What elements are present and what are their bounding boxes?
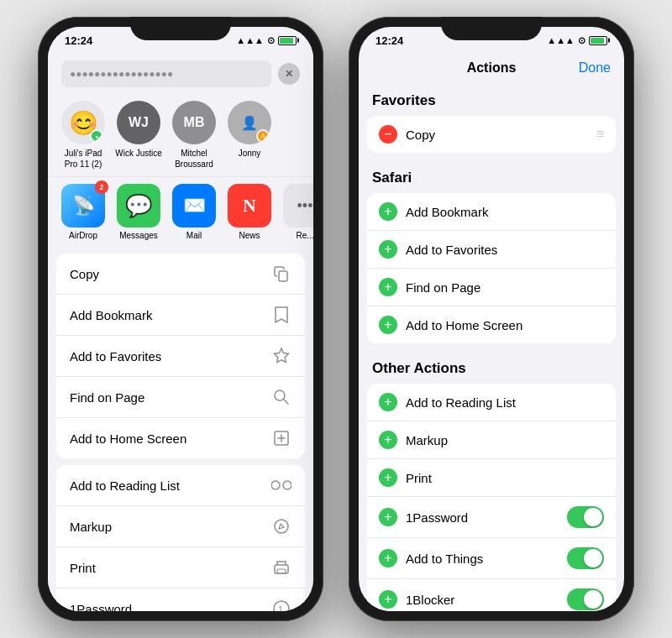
airdrop-badge: 2 — [95, 180, 108, 194]
svg-point-3 — [271, 481, 280, 489]
other-reading-label: Add to Reading List — [406, 395, 604, 410]
screen-2: 12:24 ▲▲▲ ⊙ Actions Done Favorites − — [359, 27, 624, 611]
person-juli[interactable]: 😊 ● Juli's iPad Pro 11 (2) — [58, 101, 108, 170]
drag-handle-copy[interactable]: ≡ — [596, 127, 604, 142]
other-actions-list: + Add to Reading List + Markup + Print +… — [367, 384, 616, 611]
print-label: Print — [70, 561, 261, 575]
toggle-things[interactable] — [567, 547, 604, 569]
app-airdrop[interactable]: 📡 2 AirDrop — [58, 184, 108, 240]
person-wj[interactable]: WJ Wick Justice — [113, 101, 164, 170]
favorites-list: − Copy ≡ — [367, 116, 616, 153]
safari-homescreen[interactable]: + Add to Home Screen — [367, 306, 616, 343]
actions-nav: Actions Done — [359, 50, 624, 82]
badge-juli: ● — [90, 129, 103, 143]
notch-2 — [441, 17, 542, 40]
action-home-screen[interactable]: Add to Home Screen — [56, 418, 305, 458]
find-page-label: Find on Page — [70, 390, 261, 405]
notch-1 — [130, 17, 231, 40]
other-reading[interactable]: + Add to Reading List — [367, 384, 616, 421]
svg-text:1: 1 — [278, 604, 283, 611]
status-time-1: 12:24 — [65, 34, 92, 47]
person-name-juli: Juli's iPad Pro 11 (2) — [58, 148, 108, 170]
other-print[interactable]: + Print — [367, 459, 616, 497]
app-name-messages: Messages — [119, 231, 158, 240]
close-button[interactable]: ✕ — [278, 63, 300, 85]
other-1password[interactable]: + 1Password — [367, 497, 616, 538]
svg-point-1 — [275, 390, 285, 400]
news-icon: N — [228, 184, 271, 227]
safari-find[interactable]: + Find on Page — [367, 269, 616, 306]
fav-copy-row[interactable]: − Copy ≡ — [367, 116, 616, 153]
url-text: ●●●●●●●●●●●●●●●●● — [70, 68, 263, 80]
plus-1password[interactable]: + — [379, 508, 397, 526]
action-copy-label: Copy — [70, 267, 261, 281]
plus-1blocker[interactable]: + — [379, 590, 397, 609]
avatar-wj: WJ — [117, 101, 160, 144]
action-print[interactable]: Print — [56, 547, 305, 588]
reading-list-label: Add to Reading List — [70, 478, 261, 493]
markup-icon — [271, 516, 291, 536]
home-screen-label: Add to Home Screen — [70, 431, 261, 446]
done-button[interactable]: Done — [579, 60, 611, 76]
plus-find[interactable]: + — [379, 278, 397, 296]
messages-icon: 💬 — [117, 184, 160, 227]
plus-bookmark[interactable]: + — [379, 202, 397, 221]
plus-homescreen[interactable]: + — [379, 316, 397, 334]
add-bookmark-label: Add Bookmark — [70, 308, 261, 322]
app-news[interactable]: N News — [224, 184, 275, 240]
avatar-mb: MB — [172, 101, 216, 144]
app-more[interactable]: ••• Re... — [280, 184, 313, 240]
person-mb[interactable]: MB Mitchel Broussard — [169, 101, 219, 170]
copy-icon — [271, 264, 291, 284]
mail-icon: ✉️ — [172, 184, 216, 227]
other-1blocker-label: 1Blocker — [406, 593, 559, 607]
safari-bookmark[interactable]: + Add Bookmark — [367, 193, 616, 231]
action-list-2: Add to Reading List Markup — [56, 465, 305, 611]
plus-reading[interactable]: + — [379, 393, 397, 411]
safari-list: + Add Bookmark + Add to Favorites + Find… — [367, 193, 616, 343]
badge-jonny: ⚠ — [256, 129, 270, 143]
action-list-1: Copy Add Bookmark — [56, 254, 305, 458]
action-1password[interactable]: 1Password 1 — [56, 588, 305, 611]
add-favorites-label: Add to Favorites — [70, 349, 261, 363]
1password-icon: 1 — [271, 599, 291, 611]
minus-copy[interactable]: − — [379, 125, 397, 144]
app-name-airdrop: AirDrop — [69, 231, 97, 240]
phone-1: 12:24 ▲▲▲ ⊙ ●●●●●●●●●●●●●●●●● ✕ — [38, 17, 323, 621]
app-name-news: News — [239, 231, 260, 240]
star-icon — [271, 346, 291, 366]
app-mail[interactable]: ✉️ Mail — [169, 184, 219, 240]
other-1blocker[interactable]: + 1Blocker — [367, 579, 616, 611]
other-things[interactable]: + Add to Things — [367, 538, 616, 579]
signal-icon: ▲▲▲ — [236, 35, 264, 45]
action-find-page[interactable]: Find on Page — [56, 377, 305, 418]
other-print-label: Print — [406, 471, 604, 485]
plus-markup[interactable]: + — [379, 431, 397, 449]
app-name-mail: Mail — [186, 231, 202, 240]
action-copy[interactable]: Copy — [56, 254, 305, 295]
toggle-1password[interactable] — [567, 506, 604, 528]
airdrop-icon: 📡 2 — [61, 184, 105, 227]
url-bar: ●●●●●●●●●●●●●●●●● — [61, 60, 271, 87]
more-icon: ••• — [283, 184, 313, 227]
plus-things[interactable]: + — [379, 549, 397, 567]
action-add-bookmark[interactable]: Add Bookmark — [56, 295, 305, 336]
markup-label: Markup — [70, 520, 261, 534]
action-add-favorites[interactable]: Add to Favorites — [56, 336, 305, 377]
reading-list-icon — [271, 475, 291, 495]
battery-icon — [278, 36, 297, 45]
app-messages[interactable]: 💬 Messages — [113, 184, 164, 240]
safari-favorites[interactable]: + Add to Favorites — [367, 231, 616, 269]
plus-print[interactable]: + — [379, 468, 397, 487]
other-markup[interactable]: + Markup — [367, 421, 616, 459]
plus-favorites[interactable]: + — [379, 240, 397, 259]
action-markup[interactable]: Markup — [56, 506, 305, 547]
screen-1: 12:24 ▲▲▲ ⊙ ●●●●●●●●●●●●●●●●● ✕ — [48, 27, 313, 611]
other-1password-label: 1Password — [406, 510, 559, 525]
svg-rect-0 — [279, 271, 287, 281]
svg-point-4 — [283, 481, 291, 489]
person-jonny[interactable]: 👤 ⚠ Jonny — [224, 101, 275, 170]
status-time-2: 12:24 — [375, 34, 403, 47]
action-reading-list[interactable]: Add to Reading List — [56, 465, 305, 506]
toggle-1blocker[interactable] — [567, 588, 604, 610]
